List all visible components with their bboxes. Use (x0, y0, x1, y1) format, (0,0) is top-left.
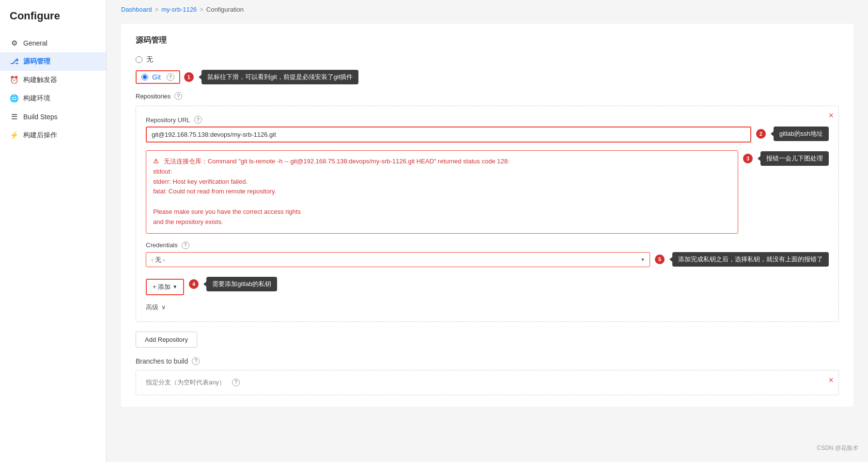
branch-placeholder-text: 指定分支（为空时代表any） (146, 378, 225, 387)
advanced-chevron-icon: ∨ (161, 303, 166, 311)
branch-placeholder-help[interactable]: ? (232, 379, 240, 386)
error-line-5: Please make sure you have the correct ac… (153, 208, 301, 215)
none-radio[interactable] (136, 56, 142, 63)
credentials-section: Credentials ? - 无 - 5 添加完成私钥之后，选择私钥，就没有上… (146, 241, 829, 267)
sidebar-item-label: 构建触发器 (23, 76, 57, 84)
repository-url-input[interactable] (146, 127, 751, 143)
sidebar-item-environment[interactable]: 🌐 构建环境 (0, 89, 106, 108)
main-content: Dashboard > my-srb-1126 > Configuration … (107, 0, 868, 462)
url-field-container: Repository URL ? (146, 116, 751, 143)
breadcrumb-sep-1: > (155, 6, 159, 13)
add-button-row: + 添加 ▼ 4 需要添加gitlab的私钥 (146, 273, 829, 295)
tooltip3-text: 报错一会儿下图处理 (760, 151, 829, 166)
error-line-1: 无法连接仓库：Command "git ls-remote -h -- git@… (164, 158, 510, 165)
sidebar-item-build-steps[interactable]: ☰ Build Steps (0, 108, 106, 126)
gear-icon: ⚙ (10, 39, 18, 48)
url-field-label: Repository URL ? (146, 116, 751, 124)
sidebar-item-source[interactable]: ⎇ 源码管理 (0, 52, 106, 71)
error-icon: ⚠ (153, 158, 159, 165)
watermark: CSDN @花脸术 (817, 444, 858, 452)
error-box: ⚠ 无法连接仓库：Command "git ls-remote -h -- gi… (146, 150, 738, 234)
lightning-icon: ⚡ (10, 131, 18, 140)
sidebar-item-triggers[interactable]: ⏰ 构建触发器 (0, 71, 106, 89)
repositories-header: Repositories ? (136, 92, 839, 100)
branches-label: Branches to build ? (136, 357, 839, 365)
tooltip2-text: gitlab的ssh地址 (774, 127, 829, 141)
step-badge-5: 5 (655, 255, 665, 264)
tooltip3-container: 3 报错一会儿下图处理 (743, 151, 829, 166)
branch-icon: ⎇ (10, 57, 18, 66)
tooltip5-text: 添加完成私钥之后，选择私钥，就没有上面的报错了 (672, 252, 829, 267)
sidebar: Configure ⚙ General ⎇ 源码管理 ⏰ 构建触发器 🌐 构建环… (0, 0, 107, 462)
globe-icon: 🌐 (10, 94, 18, 103)
breadcrumb-project[interactable]: my-srb-1126 (161, 6, 197, 13)
credentials-label: Credentials ? (146, 241, 829, 249)
error-line-3: stderr: Host key verification failed. (153, 178, 248, 185)
source-management-section: 源码管理 无 Git ? 1 鼠标往下滑，可以看到git，前提是必 (121, 24, 853, 407)
sidebar-item-label: Build Steps (23, 113, 58, 121)
git-help-icon[interactable]: ? (167, 73, 174, 81)
none-option-label[interactable]: 无 (136, 55, 839, 64)
error-line-4: fatal: Could not read from remote reposi… (153, 188, 276, 195)
advanced-label: 高级 (146, 303, 158, 312)
repositories-help-icon[interactable]: ? (174, 92, 182, 100)
branch-input-box: 指定分支（为空时代表any） ? × (136, 370, 839, 395)
close-branch-button[interactable]: × (828, 375, 834, 385)
git-option-label[interactable]: Git ? (136, 70, 180, 84)
advanced-toggle[interactable]: 高级 ∨ (146, 303, 166, 312)
add-credential-button[interactable]: + 添加 ▼ (146, 279, 184, 295)
tooltip4-container: 4 需要添加gitlab的私钥 (189, 277, 277, 291)
error-line-6: and the repository exists. (153, 218, 223, 225)
branches-section: Branches to build ? 指定分支（为空时代表any） ? × (136, 357, 839, 395)
error-row: ⚠ 无法连接仓库：Command "git ls-remote -h -- gi… (146, 146, 829, 234)
step-badge-1: 1 (184, 72, 194, 82)
tooltip1-container: 1 鼠标往下滑，可以看到git，前提是必须安装了git插件 (184, 70, 358, 84)
dropdown-arrow-icon: ▼ (172, 284, 177, 289)
sidebar-item-post-build[interactable]: ⚡ 构建后操作 (0, 126, 106, 144)
breadcrumb-dashboard[interactable]: Dashboard (121, 6, 152, 13)
tooltip5-container: 5 添加完成私钥之后，选择私钥，就没有上面的报错了 (655, 252, 829, 267)
none-option-text: 无 (146, 55, 153, 64)
url-row: Repository URL ? 2 gitlab的ssh地址 (146, 116, 829, 143)
sidebar-item-general[interactable]: ⚙ General (0, 34, 106, 52)
list-icon: ☰ (10, 112, 18, 121)
tooltip4-text: 需要添加gitlab的私钥 (206, 277, 277, 291)
step-badge-2: 2 (756, 129, 766, 139)
add-repository-button[interactable]: Add Repository (136, 332, 197, 348)
close-repository-button[interactable]: × (828, 111, 834, 120)
credentials-row: - 无 - 5 添加完成私钥之后，选择私钥，就没有上面的报错了 (146, 252, 829, 267)
repositories-label: Repositories (136, 93, 170, 100)
sidebar-item-label: 源码管理 (23, 57, 50, 66)
tooltip2-container: 2 gitlab的ssh地址 (756, 127, 829, 141)
source-radio-group: 无 Git ? 1 鼠标往下滑，可以看到git，前提是必须安装了git插件 (136, 55, 839, 84)
git-option-text: Git (152, 73, 161, 81)
sidebar-item-label: General (23, 39, 47, 47)
add-btn-label: + 添加 (153, 283, 170, 291)
git-radio[interactable] (141, 74, 148, 80)
credentials-dropdown-wrapper: - 无 - (146, 252, 650, 267)
url-help-icon[interactable]: ? (194, 116, 202, 124)
branches-help-icon[interactable]: ? (192, 357, 200, 365)
sidebar-item-label: 构建后操作 (23, 131, 57, 140)
breadcrumb: Dashboard > my-srb-1126 > Configuration (121, 0, 853, 19)
tooltip1-text: 鼠标往下滑，可以看到git，前提是必须安装了git插件 (202, 70, 358, 84)
breadcrumb-sep-2: > (200, 6, 203, 13)
sidebar-item-label: 构建环境 (23, 94, 50, 103)
credentials-help-icon[interactable]: ? (182, 241, 189, 249)
step-badge-4: 4 (189, 279, 199, 289)
clock-icon: ⏰ (10, 76, 18, 84)
section-title: 源码管理 (136, 35, 839, 46)
credentials-select[interactable]: - 无 - (146, 252, 650, 267)
page-title: Configure (0, 0, 106, 34)
step-badge-3: 3 (743, 154, 753, 163)
repository-section: × Repository URL ? 2 gitlab的ssh地址 (136, 106, 839, 322)
error-line-2: stdout: (153, 168, 172, 175)
breadcrumb-current: Configuration (206, 6, 244, 13)
